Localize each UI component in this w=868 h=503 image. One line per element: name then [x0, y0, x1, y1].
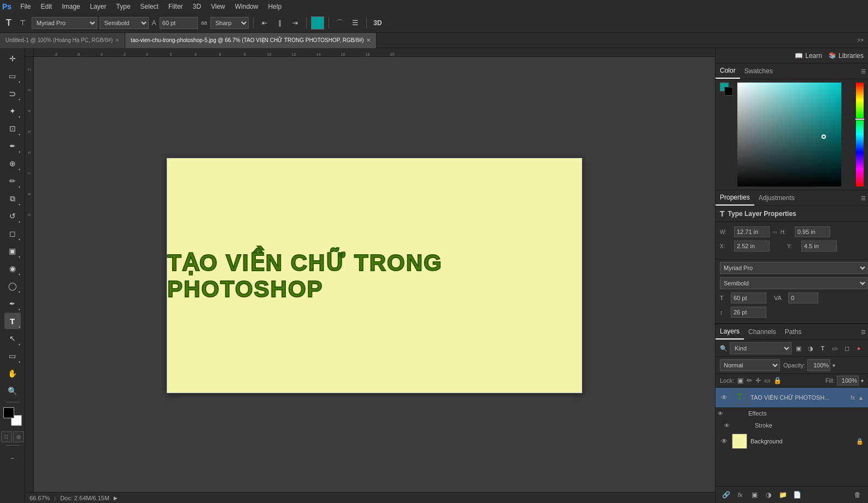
tab-swatches[interactable]: Swatches [740, 63, 777, 79]
lock-image-icon[interactable]: ✏ [747, 377, 752, 384]
type-orientation-btn[interactable]: ⊤ [16, 16, 30, 30]
opacity-chevron[interactable]: ▾ [832, 362, 835, 369]
tool-dodge[interactable]: ◯ ▾ [4, 278, 21, 294]
menu-file[interactable]: File [16, 2, 35, 11]
color-panel-menu[interactable]: ☰ [859, 63, 868, 79]
tool-eraser[interactable]: ◻ ▾ [4, 225, 21, 242]
menu-layer[interactable]: Layer [86, 2, 111, 11]
tool-more[interactable]: ... [4, 448, 21, 465]
menu-3d[interactable]: 3D [189, 2, 206, 11]
tool-brush[interactable]: ✏ ▾ [4, 173, 21, 189]
color-spectrum[interactable] [737, 83, 854, 186]
menu-window[interactable]: Window [231, 2, 263, 11]
tab-layers[interactable]: Layers [715, 324, 744, 340]
menu-type[interactable]: Type [112, 2, 135, 11]
filter-red-icon[interactable]: ● [854, 343, 864, 353]
canvas-document[interactable]: TẠO VIỀN CHỮ TRONG PHOTOSHOP [167, 158, 582, 393]
props-tracking-input[interactable] [788, 293, 818, 303]
tab-adjustments[interactable]: Adjustments [754, 190, 799, 206]
font-family-select[interactable]: Myriad Pro [32, 17, 97, 29]
width-input[interactable] [734, 226, 770, 237]
layer-expand-icon[interactable]: ▲ [858, 395, 864, 401]
menu-select[interactable]: Select [136, 2, 163, 11]
tool-crop[interactable]: ⊡ ▾ [4, 120, 21, 137]
filter-adj-icon[interactable]: ◑ [806, 343, 816, 353]
props-leading-input[interactable] [731, 307, 766, 318]
fill-chevron[interactable]: ▾ [861, 378, 864, 384]
props-font-family-select[interactable]: Myriad Pro [720, 262, 867, 274]
tab-main[interactable]: tao-vien-chu-trong-photoshop-5.jpg @ 66.… [125, 33, 376, 48]
tool-pen[interactable]: ✒ ▾ [4, 295, 21, 312]
learn-btn[interactable]: 📖 Learn [795, 52, 822, 60]
3d-btn[interactable]: 3D [371, 16, 384, 30]
menu-filter[interactable]: Filter [164, 2, 187, 11]
tool-magic-wand[interactable]: ✦ ▾ [4, 103, 21, 119]
layer-visibility-bg[interactable]: 👁 [720, 437, 729, 445]
tool-hand[interactable]: ✋ [4, 365, 21, 382]
x-input[interactable] [734, 241, 770, 252]
tab-properties[interactable]: Properties [715, 190, 754, 206]
tool-blur[interactable]: ◉ ▾ [4, 260, 21, 277]
status-arrow[interactable]: ▶ [114, 495, 118, 501]
filter-smart-icon[interactable]: ◻ [842, 343, 852, 353]
tool-healing[interactable]: ⊕ ▾ [4, 155, 21, 172]
align-right-btn[interactable]: ⇥ [289, 16, 302, 30]
new-fill-adjustment-btn[interactable]: ◑ [763, 489, 775, 501]
tab-paths[interactable]: Paths [781, 324, 806, 340]
font-style-select[interactable]: Semibold [99, 17, 149, 29]
tool-clone[interactable]: ⧉ ▾ [4, 190, 21, 207]
delete-layer-btn[interactable]: 🗑 [852, 489, 864, 501]
fx-btn[interactable]: fx [734, 489, 746, 501]
layer-kind-select[interactable]: Kind [730, 342, 791, 354]
opacity-input[interactable] [807, 359, 830, 371]
layer-fx-icon[interactable]: fx [851, 395, 855, 401]
color-gradient-field[interactable] [737, 83, 841, 186]
layer-visibility-text[interactable]: 👁 [720, 394, 729, 401]
hue-bar[interactable] [856, 83, 864, 186]
effects-visibility-icon[interactable]: 👁 [718, 411, 726, 417]
lock-position-icon[interactable]: ✛ [755, 377, 761, 384]
height-input[interactable] [795, 226, 830, 237]
tab-untitled-close[interactable]: ✕ [115, 37, 119, 43]
add-mask-btn[interactable]: ▣ [748, 489, 760, 501]
props-panel-menu[interactable]: ☰ [859, 190, 868, 206]
tool-marquee[interactable]: ▭ ▾ [4, 68, 21, 84]
layer-effect-stroke[interactable]: 👁 Stroke [715, 419, 868, 431]
props-font-size-input[interactable] [731, 293, 766, 303]
layer-item-background[interactable]: 👁 Background 🔒 [715, 431, 868, 451]
layer-item-text[interactable]: 👁 T TAO VIỀN CHỮ PHOTOSH... fx ▲ [715, 388, 868, 407]
link-layers-btn[interactable]: 🔗 [720, 489, 732, 501]
y-input[interactable] [801, 241, 837, 252]
tool-move[interactable]: ✛ [4, 50, 21, 67]
fill-input[interactable] [837, 376, 859, 385]
filter-shape-icon[interactable]: ▭ [830, 343, 840, 353]
tab-color[interactable]: Color [715, 63, 740, 79]
blend-mode-select[interactable]: Normal [720, 359, 780, 371]
new-layer-btn[interactable]: 📄 [791, 489, 803, 501]
layers-panel-menu[interactable]: ☰ [859, 324, 868, 340]
libraries-btn[interactable]: 📚 Libraries [829, 52, 864, 60]
font-size-input[interactable] [160, 17, 198, 29]
tab-main-close[interactable]: ✕ [366, 37, 371, 43]
quick-mask-btn[interactable]: ◎ [13, 431, 24, 442]
new-group-btn[interactable]: 📁 [777, 489, 789, 501]
menu-image[interactable]: Image [57, 2, 84, 11]
lock-all-icon[interactable]: 🔒 [773, 377, 782, 384]
filter-type-icon[interactable]: T [818, 343, 828, 353]
align-left-btn[interactable]: ⇤ [258, 16, 271, 30]
bg-swatch[interactable] [724, 87, 733, 96]
tool-type[interactable]: T ▾ [4, 313, 21, 329]
menu-view[interactable]: View [207, 2, 230, 11]
tab-untitled[interactable]: Untitled-1 @ 100% (Hoàng Hà PC, RGB/8#) … [0, 33, 125, 48]
character-panel-btn[interactable]: ☰ [349, 16, 362, 30]
text-color-swatch[interactable] [311, 16, 324, 30]
tool-lasso[interactable]: ⊃ ▾ [4, 85, 21, 102]
lock-artboard-icon[interactable]: ▭ [764, 377, 770, 384]
tool-gradient[interactable]: ▣ ▾ [4, 243, 21, 259]
filter-pixel-icon[interactable]: ▣ [794, 343, 804, 353]
tool-history-brush[interactable]: ↺ ▾ [4, 208, 21, 224]
tool-shape[interactable]: ▭ ▾ [4, 348, 21, 364]
warp-text-btn[interactable]: ⌒ [333, 16, 347, 30]
menu-help[interactable]: Help [263, 2, 286, 11]
tool-eyedropper[interactable]: ✒ ▾ [4, 138, 21, 154]
